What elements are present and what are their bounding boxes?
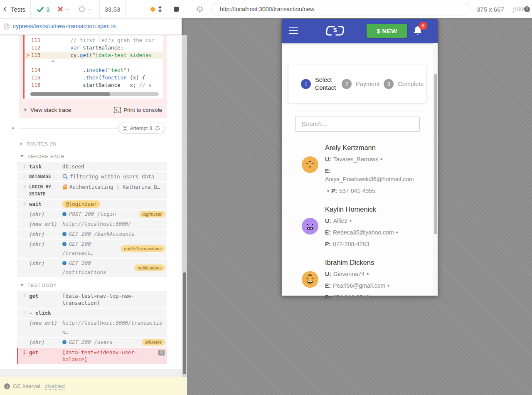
route-alias-badge: loginUser bbox=[139, 211, 165, 217]
file-icon bbox=[4, 23, 10, 30]
app-under-test: $ $ NEW 8 1 Select Contact bbox=[282, 19, 438, 296]
failed-count: -- bbox=[58, 0, 69, 18]
command-row[interactable]: (xhr) POST 200 /login loginUser bbox=[17, 210, 167, 219]
reporter-footer-strip bbox=[0, 369, 182, 377]
monster-face-icon bbox=[302, 218, 318, 235]
element-count-badge: 0 bbox=[158, 350, 165, 356]
app-content: 1 Select Contact 2 Payment 3 Complete bbox=[282, 43, 438, 296]
transaction-stepper: 1 Select Contact 2 Payment 3 Complete bbox=[288, 65, 426, 103]
command-row[interactable]: 4wait @loginUser bbox=[17, 200, 167, 209]
command-row[interactable]: 2- click bbox=[17, 309, 167, 318]
contact-detail-line: E: bbox=[325, 167, 422, 175]
code-line: 112 var startBalance; bbox=[25, 44, 163, 52]
menu-icon[interactable] bbox=[289, 27, 298, 36]
contact-search-field bbox=[295, 116, 420, 132]
search-input[interactable] bbox=[296, 116, 419, 131]
gc-interval-label: GC Interval: bbox=[13, 383, 42, 389]
cross-icon bbox=[58, 7, 63, 12]
auto-scroll-indicator[interactable] bbox=[150, 7, 155, 12]
reporter-scrollbar-thumb[interactable] bbox=[183, 272, 186, 374]
route-alias-badge: publicTransactions bbox=[121, 245, 165, 252]
code-line: 111 // first let's grab the cur bbox=[25, 37, 163, 44]
contact-name: Arely Kertzmann bbox=[325, 144, 422, 152]
code-horizontal-scrollbar[interactable] bbox=[30, 92, 159, 96]
route-alias-badge: notifications bbox=[134, 264, 165, 271]
selector-playground-icon[interactable] bbox=[196, 5, 204, 13]
attempt-label: Attempt 3 bbox=[130, 126, 153, 131]
gc-interval-value[interactable]: disabled bbox=[44, 383, 64, 390]
stop-button[interactable] bbox=[174, 7, 179, 12]
app-header: $ $ NEW 8 bbox=[282, 19, 438, 43]
step-complete: 3 Complete bbox=[384, 79, 424, 89]
avatar bbox=[302, 271, 318, 288]
collapsed-arrow-icon bbox=[20, 142, 23, 146]
app-scrollbar-track[interactable] bbox=[433, 43, 438, 296]
attempt-divider: Attempt 3 bbox=[0, 121, 182, 137]
failed-command-row[interactable]: 3get [data-test=sidenav-user-balance] 0 bbox=[17, 348, 167, 364]
viewport-info-icon[interactable] bbox=[524, 6, 530, 12]
code-line: 115 .then(function (x) { bbox=[25, 74, 163, 81]
notifications-count-badge[interactable]: 8 bbox=[419, 22, 427, 30]
app-scrollbar-thumb[interactable] bbox=[434, 74, 437, 234]
command-row[interactable]: (xhr) GET 200 /notifications notificatio… bbox=[17, 259, 167, 277]
back-to-tests-button[interactable]: Tests bbox=[4, 0, 25, 18]
command-row[interactable]: (new url) http://localhost:3000/ bbox=[17, 220, 167, 229]
test-body-rows: 1get [data-test=nav-top-new-transaction]… bbox=[0, 291, 182, 364]
code-line-highlighted: >113 cy.get("[data-test=sidenav bbox=[25, 52, 163, 59]
avatar bbox=[302, 156, 318, 173]
app-url: http://localhost:3000/transaction/new bbox=[220, 6, 314, 12]
scroll-updown-icon bbox=[158, 5, 163, 13]
spec-bar: cypress/tests/ui/new-transaction.spec.ts bbox=[0, 18, 182, 35]
print-to-console-button[interactable]: Print to console bbox=[114, 107, 162, 113]
new-transaction-button[interactable]: $ NEW bbox=[367, 24, 407, 38]
info-icon bbox=[4, 383, 10, 389]
monster-face-icon bbox=[302, 271, 318, 288]
screen: Tests 3 -- -- 33.53 http:/ bbox=[0, 0, 532, 395]
dollar-icon: $ bbox=[377, 27, 380, 35]
command-row[interactable]: (xhr) GET 200 /bankAccounts bbox=[17, 230, 167, 239]
contact-detail-line: •P:537-041-4355 bbox=[325, 187, 422, 195]
pending-circle-icon bbox=[79, 6, 85, 12]
command-row[interactable]: (xhr) GET 200 /users allUsers bbox=[17, 338, 167, 347]
step-payment: 2 Payment bbox=[342, 79, 379, 89]
check-icon bbox=[37, 7, 44, 12]
command-row[interactable]: 1get [data-test=nav-top-new-transaction] bbox=[17, 291, 167, 308]
expanded-arrow-icon bbox=[20, 155, 24, 158]
code-scrollbar-thumb[interactable] bbox=[30, 92, 110, 96]
contact-list-item[interactable]: Ibrahim Dickens U:Giovanna74• E:Pearl56@… bbox=[302, 259, 422, 305]
command-row[interactable]: (new url) http://localhost:3000/transact… bbox=[17, 318, 167, 337]
gc-interval-bar: GC Interval: disabled bbox=[0, 377, 187, 395]
attempt-toggle[interactable]: Attempt 3 bbox=[118, 123, 165, 134]
expanded-arrow-icon bbox=[20, 284, 24, 286]
section-test-body[interactable]: TEST BODY bbox=[20, 281, 182, 289]
app-url-bar[interactable]: http://localhost:3000/transaction/new bbox=[211, 3, 470, 15]
command-log: 111 // first let's grab the cur 112 var … bbox=[0, 35, 182, 395]
command-row[interactable]: 3LOGIN BY XSTATE Authenticating | Kathar… bbox=[17, 182, 167, 199]
view-stack-trace-button[interactable]: View stack trace bbox=[25, 107, 71, 113]
contact-detail-line: Aniya_Powlowski36@hotmail.com bbox=[325, 175, 422, 183]
spec-file-link[interactable]: cypress/tests/ui/new-transaction.spec.ts bbox=[13, 23, 116, 30]
logo-dollar-glyph: $ bbox=[333, 26, 337, 33]
contact-detail-line: U:Giovanna74• bbox=[325, 270, 422, 278]
passed-count: 3 bbox=[37, 0, 49, 18]
test-duration: 33.53 bbox=[100, 0, 125, 18]
command-row[interactable]: 1task db:seed bbox=[17, 162, 167, 171]
before-each-rows: 1task db:seed 2DATABASE filtering within… bbox=[0, 162, 182, 277]
xhr-dot-icon bbox=[62, 340, 66, 344]
search-icon bbox=[62, 174, 68, 179]
contact-detail-line: P:974-916-8746 bbox=[325, 293, 422, 301]
xhr-dot-icon bbox=[62, 261, 66, 265]
command-row[interactable]: (xhr) GET 200 /transact… publicTransacti… bbox=[17, 239, 167, 258]
step-select-contact: 1 Select Contact bbox=[301, 76, 337, 92]
contact-list-item[interactable]: Kaylin Homenick U:Allie2• E:Rebeca35@yah… bbox=[302, 205, 422, 252]
command-row[interactable]: 2DATABASE filtering within users data bbox=[17, 172, 167, 181]
section-before-each[interactable]: BEFORE EACH bbox=[20, 152, 182, 160]
contact-list-item[interactable]: Arely Kertzmann U:Tavares_Barrows• E: An… bbox=[302, 144, 422, 198]
collapse-icon bbox=[123, 126, 127, 131]
chevron-left-icon bbox=[3, 7, 8, 11]
contact-detail-line: P:072-208-4283 bbox=[325, 240, 422, 248]
contact-detail-line: E:Rebeca35@yahoo.com• bbox=[325, 228, 422, 237]
section-routes[interactable]: ROUTES (9) bbox=[20, 140, 182, 148]
code-line: 114 .invoke("text") bbox=[25, 67, 163, 74]
route-alias-badge: allUsers bbox=[142, 339, 165, 346]
